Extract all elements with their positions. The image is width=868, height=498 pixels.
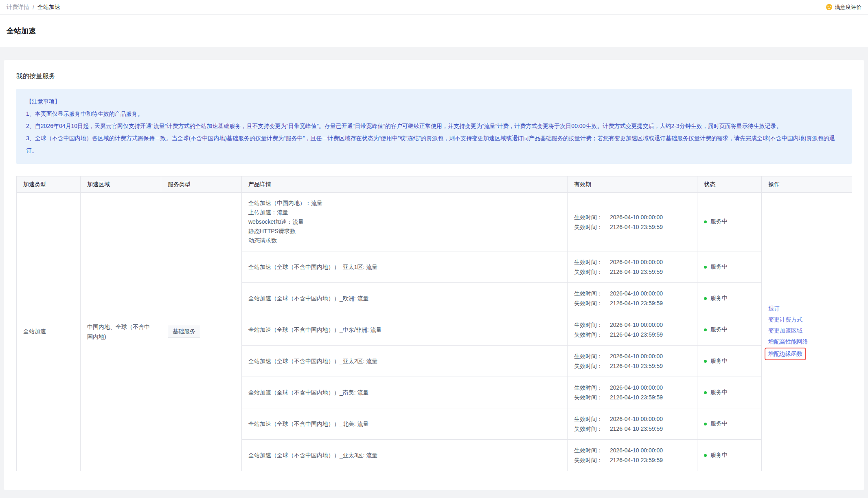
top-breadcrumb-bar: 计费详情 / 全站加速 满意度评价 xyxy=(0,0,868,15)
status-cell: 服务中 xyxy=(697,377,762,408)
col-header-accel-region: 加速区域 xyxy=(81,176,161,193)
product-detail-cell: 全站加速（全球（不含中国内地））_中东/非洲: 流量 xyxy=(242,314,568,346)
satisfaction-label: 满意度评价 xyxy=(835,4,861,11)
effective-time-value: 2026-04-10 00:00:00 xyxy=(610,447,663,454)
col-header-validity: 有效期 xyxy=(568,176,697,193)
status-cell: 服务中 xyxy=(697,408,762,440)
breadcrumb-separator: / xyxy=(33,4,34,11)
expire-time-label: 失效时间： xyxy=(574,392,605,402)
validity-cell: 生效时间：2026-04-10 00:00:00 失效时间：2126-04-10… xyxy=(568,346,697,377)
product-line: 全站加速（全球（不含中国内地））_中东/非洲: 流量 xyxy=(248,325,561,335)
expire-time-value: 2126-04-10 23:59:59 xyxy=(610,224,663,230)
table-header-row: 加速类型 加速区域 服务类型 产品详情 有效期 状态 操作 xyxy=(17,176,852,193)
status-dot-icon xyxy=(704,360,707,363)
breadcrumb-current: 全站加速 xyxy=(37,4,60,11)
product-line: 全站加速（全球（不含中国内地））_南美: 流量 xyxy=(248,388,561,397)
product-line: 全站加速（全球（不含中国内地））_北美: 流量 xyxy=(248,419,561,429)
expire-time-value: 2126-04-10 23:59:59 xyxy=(610,269,663,275)
status-text: 服务中 xyxy=(710,218,728,225)
col-header-operations: 操作 xyxy=(762,176,852,193)
product-detail-cell: 全站加速（中国内地）：流量上传加速：流量websocket加速：流量静态HTTP… xyxy=(242,193,568,251)
status-dot-icon xyxy=(704,423,707,425)
validity-cell: 生效时间：2026-04-10 00:00:00 失效时间：2126-04-10… xyxy=(568,193,697,251)
validity-cell: 生效时间：2026-04-10 00:00:00 失效时间：2126-04-10… xyxy=(568,314,697,346)
validity-cell: 生效时间：2026-04-10 00:00:00 失效时间：2126-04-10… xyxy=(568,377,697,408)
expire-time-label: 失效时间： xyxy=(574,222,605,232)
expire-time-label: 失效时间： xyxy=(574,455,605,465)
status-cell: 服务中 xyxy=(697,283,762,314)
status-dot-icon xyxy=(704,328,707,331)
expire-time-value: 2126-04-10 23:59:59 xyxy=(610,394,663,401)
accel-type-cell: 全站加速 xyxy=(17,193,81,471)
operations-cell: 退订 变更计费方式 变更加速区域 增配高性能网络 增配边缘函数 xyxy=(762,193,852,471)
smiley-face-icon xyxy=(826,4,833,11)
product-line: 全站加速（全球（不含中国内地））_欧洲: 流量 xyxy=(248,294,561,303)
service-type-cell: 基础服务 xyxy=(161,193,242,471)
effective-time-value: 2026-04-10 00:00:00 xyxy=(610,214,663,220)
add-high-performance-network-link[interactable]: 增配高性能网络 xyxy=(768,336,808,347)
section-title: 我的按量服务 xyxy=(16,72,852,81)
product-line: 全站加速（中国内地）：流量 xyxy=(248,198,561,208)
validity-cell: 生效时间：2026-04-10 00:00:00 失效时间：2126-04-10… xyxy=(568,251,697,283)
effective-time-value: 2026-04-10 00:00:00 xyxy=(610,384,663,391)
table-row: 全站加速 中国内地、全球（不含中国内地) 基础服务 全站加速（中国内地）：流量上… xyxy=(17,193,852,251)
page-title-bar: 全站加速 xyxy=(0,15,868,47)
status-text: 服务中 xyxy=(710,389,728,395)
effective-time-value: 2026-04-10 00:00:00 xyxy=(610,259,663,265)
effective-time-value: 2026-04-10 00:00:00 xyxy=(610,322,663,328)
page-title: 全站加速 xyxy=(7,26,36,36)
product-line: websocket加速：流量 xyxy=(248,217,561,227)
status-cell: 服务中 xyxy=(697,193,762,251)
status-dot-icon xyxy=(704,391,707,394)
effective-time-value: 2026-04-10 00:00:00 xyxy=(610,416,663,422)
product-line: 上传加速：流量 xyxy=(248,208,561,217)
notice-box: 【注意事项】 1、本页面仅显示服务中和待生效的产品服务。 2、自2026年04月… xyxy=(16,89,852,164)
status-cell: 服务中 xyxy=(697,251,762,283)
satisfaction-evaluation-button[interactable]: 满意度评价 xyxy=(826,4,861,11)
product-line: 静态HTTPS请求数 xyxy=(248,227,561,236)
status-dot-icon xyxy=(704,266,707,269)
expire-time-value: 2126-04-10 23:59:59 xyxy=(610,363,663,369)
status-text: 服务中 xyxy=(710,420,728,427)
expire-time-label: 失效时间： xyxy=(574,424,605,434)
accel-region-text: 中国内地、全球（不含中国内地) xyxy=(87,322,154,342)
change-billing-mode-link[interactable]: 变更计费方式 xyxy=(768,314,802,325)
expire-time-label: 失效时间： xyxy=(574,298,605,308)
product-line: 动态请求数 xyxy=(248,236,561,245)
status-cell: 服务中 xyxy=(697,346,762,377)
expire-time-value: 2126-04-10 23:59:59 xyxy=(610,300,663,306)
effective-time-label: 生效时间： xyxy=(574,289,605,298)
status-text: 服务中 xyxy=(710,295,728,301)
effective-time-value: 2026-04-10 00:00:00 xyxy=(610,290,663,297)
expire-time-value: 2126-04-10 23:59:59 xyxy=(610,457,663,463)
status-dot-icon xyxy=(704,220,707,223)
unsubscribe-link[interactable]: 退订 xyxy=(768,303,780,314)
product-line: 全站加速（全球（不含中国内地））_亚太1区: 流量 xyxy=(248,262,561,272)
add-edge-function-link[interactable]: 增配边缘函数 xyxy=(768,350,802,357)
expire-time-label: 失效时间： xyxy=(574,361,605,371)
status-text: 服务中 xyxy=(710,357,728,364)
product-line: 全站加速（全球（不含中国内地））_亚太2区: 流量 xyxy=(248,357,561,366)
status-cell: 服务中 xyxy=(697,314,762,346)
status-text: 服务中 xyxy=(710,263,728,270)
product-detail-cell: 全站加速（全球（不含中国内地））_亚太2区: 流量 xyxy=(242,346,568,377)
col-header-product-detail: 产品详情 xyxy=(242,176,568,193)
product-detail-cell: 全站加速（全球（不含中国内地））_南美: 流量 xyxy=(242,377,568,408)
change-accel-region-link[interactable]: 变更加速区域 xyxy=(768,325,802,336)
validity-cell: 生效时间：2026-04-10 00:00:00 失效时间：2126-04-10… xyxy=(568,408,697,440)
notice-item: 3、全球（不含中国内地）各区域的计费方式需保持一致。当全球(不含中国内地)基础服… xyxy=(26,132,842,156)
effective-time-label: 生效时间： xyxy=(574,445,605,455)
status-dot-icon xyxy=(704,454,707,457)
status-cell: 服务中 xyxy=(697,440,762,471)
status-dot-icon xyxy=(704,297,707,300)
breadcrumb-parent-link[interactable]: 计费详情 xyxy=(7,4,29,11)
validity-cell: 生效时间：2026-04-10 00:00:00 失效时间：2126-04-10… xyxy=(568,283,697,314)
product-detail-cell: 全站加速（全球（不含中国内地））_亚太3区: 流量 xyxy=(242,440,568,471)
effective-time-label: 生效时间： xyxy=(574,320,605,330)
effective-time-label: 生效时间： xyxy=(574,257,605,267)
status-text: 服务中 xyxy=(710,326,728,333)
product-detail-cell: 全站加速（全球（不含中国内地））_北美: 流量 xyxy=(242,408,568,440)
effective-time-label: 生效时间： xyxy=(574,383,605,392)
expire-time-label: 失效时间： xyxy=(574,330,605,339)
breadcrumb: 计费详情 / 全站加速 xyxy=(7,4,60,11)
